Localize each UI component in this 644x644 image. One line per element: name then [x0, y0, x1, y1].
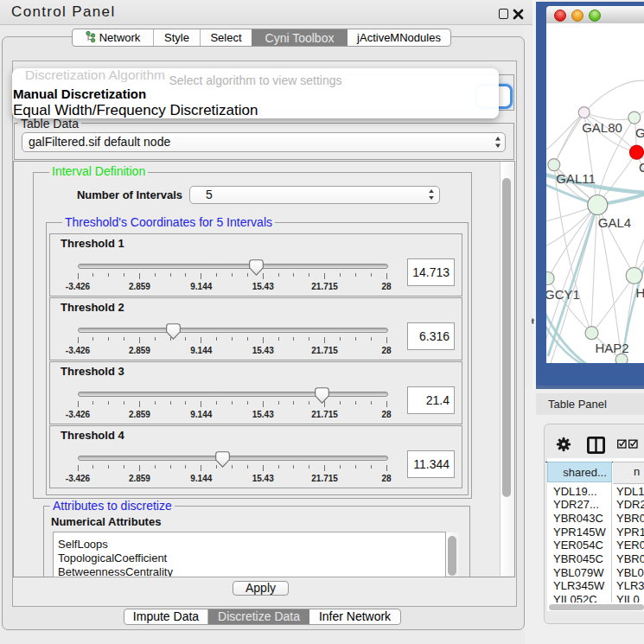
svg-text:C: C	[639, 160, 644, 175]
svg-text:GAL80: GAL80	[582, 120, 622, 135]
svg-text:HAP2: HAP2	[595, 341, 628, 355]
svg-text:GAL4: GAL4	[598, 215, 631, 230]
svg-text:GAL11: GAL11	[556, 171, 596, 186]
svg-text:GCY1: GCY1	[546, 287, 580, 302]
svg-text:G: G	[635, 125, 644, 140]
svg-text:H: H	[636, 285, 644, 300]
